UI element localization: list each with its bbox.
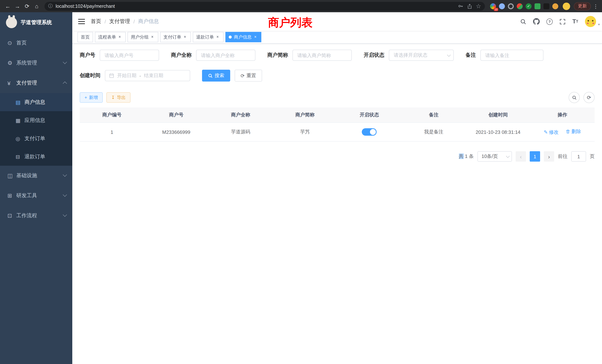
sidebar-item-system[interactable]: ⚙ 系统管理 xyxy=(0,53,72,73)
address-bar[interactable]: ⓘ localhost:1024/pay/merchant ☆ xyxy=(44,2,485,11)
github-icon[interactable] xyxy=(533,18,540,25)
extension-icon[interactable]: 10 xyxy=(490,3,496,9)
browser-update-button[interactable]: 更新 xyxy=(574,2,591,10)
browser-profile-avatar[interactable] xyxy=(563,2,570,10)
sidebar: 芋道管理系统 ⊙ 首页 ⚙ 系统管理 ¥ 支付管理 ▤ 商户信息 xyxy=(0,12,72,364)
tab-home[interactable]: 首页 xyxy=(77,32,93,42)
tab-user-group[interactable]: 用户分组 × xyxy=(128,32,158,42)
help-icon[interactable]: ? xyxy=(546,18,553,25)
chevron-down-icon xyxy=(447,53,451,56)
refresh-icon: ⟳ xyxy=(241,73,245,78)
status-select[interactable]: 请选择开启状态 xyxy=(389,50,454,61)
sidebar-item-infrastructure[interactable]: ◫ 基础设施 xyxy=(0,166,72,186)
short-name-label: 商户简称 xyxy=(267,52,288,59)
bookmark-star-icon[interactable]: ☆ xyxy=(476,3,481,10)
browser-back-button[interactable]: ← xyxy=(3,1,13,11)
tab-label: 支付订单 xyxy=(163,34,181,40)
page-number-button[interactable]: 1 xyxy=(530,151,540,162)
sidebar-item-dev-tools[interactable]: ⊞ 研发工具 xyxy=(0,186,72,206)
toggle-search-button[interactable] xyxy=(569,92,580,103)
next-page-button[interactable]: › xyxy=(544,151,554,162)
browser-reload-button[interactable]: ⟳ xyxy=(22,1,32,11)
tab-merchant-info[interactable]: 商户信息 × xyxy=(225,32,261,42)
table-toolbar: + 新增 ↧ 导出 ⟳ xyxy=(80,92,595,103)
breadcrumb-home[interactable]: 首页 xyxy=(91,18,101,25)
sidebar-item-home[interactable]: ⊙ 首页 xyxy=(0,33,72,53)
sidebar-item-label: 应用信息 xyxy=(24,117,45,124)
delete-button[interactable]: 删除 xyxy=(566,128,581,135)
close-tab-icon[interactable]: × xyxy=(182,34,188,40)
fullscreen-icon[interactable] xyxy=(559,18,566,25)
page-size-select[interactable]: 10条/页 xyxy=(477,151,512,162)
browser-home-button[interactable]: ⌂ xyxy=(32,1,42,11)
sidebar-item-label: 系统管理 xyxy=(16,60,37,66)
search-icon[interactable] xyxy=(520,18,526,25)
extension-icon[interactable] xyxy=(552,3,558,9)
col-status: 开启状态 xyxy=(337,107,401,122)
refresh-table-button[interactable]: ⟳ xyxy=(583,92,595,103)
status-toggle[interactable] xyxy=(362,128,377,136)
edit-button[interactable]: ✎ 修改 xyxy=(544,129,559,136)
short-name-input[interactable] xyxy=(292,50,352,61)
browser-toolbar: ← → ⟳ ⌂ ⓘ localhost:1024/pay/merchant ☆ … xyxy=(0,0,602,12)
page-annotation: 商户列表 xyxy=(268,15,312,30)
plus-icon: + xyxy=(85,95,87,100)
font-size-icon[interactable]: TT xyxy=(572,19,578,24)
end-date-placeholder: 结束日期 xyxy=(144,72,163,79)
full-name-input[interactable] xyxy=(196,50,255,61)
extension-icon[interactable]: ✓ xyxy=(526,3,532,9)
hamburger-icon[interactable] xyxy=(78,19,85,24)
date-separator: - xyxy=(139,73,141,78)
tab-label: 流程表单 xyxy=(98,34,116,40)
close-tab-icon[interactable]: × xyxy=(117,34,122,40)
url-text[interactable]: localhost:1024/pay/merchant xyxy=(56,3,454,9)
password-key-icon[interactable] xyxy=(458,3,463,9)
sidebar-item-pay-order[interactable]: ◎ 支付订单 xyxy=(0,129,72,148)
extension-icon[interactable] xyxy=(508,3,514,9)
sidebar-item-payment[interactable]: ¥ 支付管理 xyxy=(0,73,72,93)
add-button[interactable]: + 新增 xyxy=(80,92,103,103)
gear-icon: ⚙ xyxy=(7,60,16,66)
site-info-icon[interactable]: ⓘ xyxy=(48,3,53,9)
chevron-down-icon xyxy=(63,213,67,217)
tab-refund-order[interactable]: 退款订单 × xyxy=(193,32,224,42)
chevron-down-icon xyxy=(63,172,67,177)
tab-process-form[interactable]: 流程表单 × xyxy=(95,32,126,42)
browser-menu-icon[interactable]: ⋮ xyxy=(592,3,599,9)
create-time-range-picker[interactable]: 开始日期 - 结束日期 xyxy=(105,70,190,81)
extension-icon[interactable] xyxy=(543,3,549,9)
extension-icon[interactable] xyxy=(517,3,523,9)
edit-icon: ✎ xyxy=(544,129,548,135)
sidebar-item-label: 支付管理 xyxy=(16,80,37,86)
remark-input[interactable] xyxy=(480,50,543,61)
merchant-table: 商户编号 商户号 商户全称 商户简称 开启状态 备注 创建时间 操作 1 xyxy=(80,107,595,142)
page-content: 商户号 商户全称 商户简称 开启状态 请选择开启状态 xyxy=(72,44,602,364)
sidebar-item-app-info[interactable]: ▦ 应用信息 xyxy=(0,111,72,129)
order-icon: ◎ xyxy=(16,136,24,141)
search-button[interactable]: 搜索 xyxy=(202,70,230,82)
browser-forward-button[interactable]: → xyxy=(13,1,22,11)
breadcrumb-payment[interactable]: 支付管理 xyxy=(109,18,130,25)
logo-avatar xyxy=(6,17,17,28)
extension-icon[interactable] xyxy=(535,3,540,9)
close-tab-icon[interactable]: × xyxy=(253,34,258,40)
sidebar-item-refund-order[interactable]: ⊟ 退款订单 xyxy=(0,148,72,166)
prev-page-button[interactable]: ‹ xyxy=(516,151,526,162)
sidebar-item-workflow[interactable]: ⊡ 工作流程 xyxy=(0,206,72,226)
tab-pay-order[interactable]: 支付订单 × xyxy=(160,32,191,42)
close-tab-icon[interactable]: × xyxy=(215,34,220,40)
goto-page-input[interactable] xyxy=(571,151,586,162)
share-icon[interactable] xyxy=(467,3,472,9)
close-tab-icon[interactable]: × xyxy=(150,34,155,40)
extension-badge: 10 xyxy=(494,8,498,11)
extension-icon[interactable] xyxy=(499,3,505,9)
chevron-down-icon xyxy=(63,60,67,64)
cell-short-name: 芋艿 xyxy=(273,122,337,141)
export-button[interactable]: ↧ 导出 xyxy=(106,92,130,103)
sidebar-item-merchant-info[interactable]: ▤ 商户信息 xyxy=(0,93,72,111)
user-avatar[interactable]: ▾ xyxy=(585,16,596,27)
reset-button[interactable]: ⟳ 重置 xyxy=(235,70,262,82)
merchant-no-input[interactable] xyxy=(100,50,159,61)
chevron-down-icon xyxy=(506,154,510,158)
app-logo[interactable]: 芋道管理系统 xyxy=(0,12,72,33)
